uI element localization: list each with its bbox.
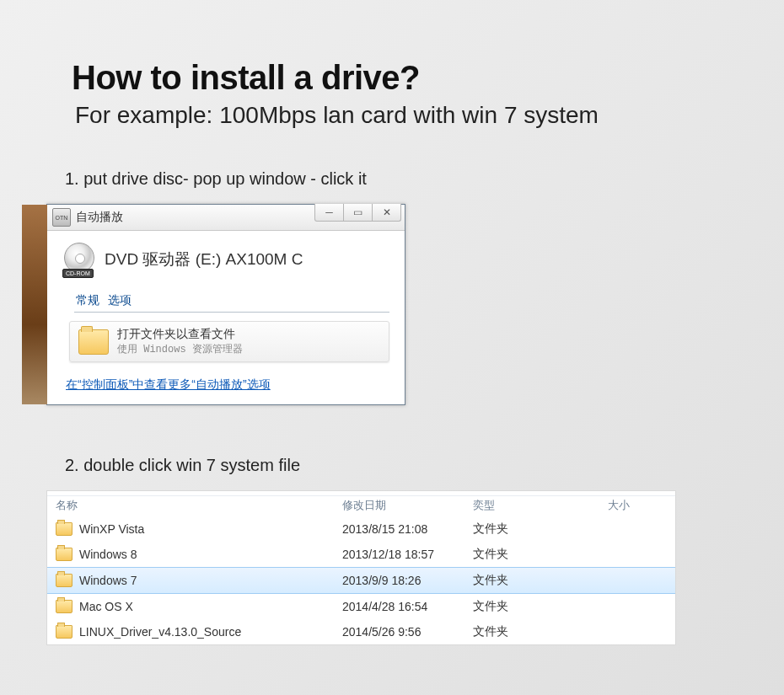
file-date: 2014/5/26 9:56 (334, 625, 464, 639)
drive-label: DVD 驱动器 (E:) AX100M C (105, 249, 303, 270)
open-folder-subtext: 使用 Windows 资源管理器 (117, 342, 243, 356)
file-type: 文件夹 (464, 573, 599, 588)
file-type: 文件夹 (464, 624, 599, 639)
tab-options[interactable]: 选项 (106, 291, 133, 312)
control-panel-link[interactable]: 在“控制面板”中查看更多“自动播放”选项 (66, 377, 389, 393)
maximize-button[interactable]: ▭ (343, 204, 373, 222)
table-row[interactable]: Windows 72013/9/9 18:26文件夹 (47, 567, 675, 594)
dvd-icon: CD-ROM (62, 243, 96, 276)
file-type: 文件夹 (464, 599, 599, 614)
open-folder-text: 打开文件夹以查看文件 (117, 327, 243, 342)
page-subtitle: For example: 100Mbps lan card with win 7… (75, 102, 725, 129)
file-name: LINUX_Driver_v4.13.0_Source (79, 625, 241, 639)
header-date[interactable]: 修改日期 (334, 496, 464, 515)
open-folder-option[interactable]: 打开文件夹以查看文件 使用 Windows 资源管理器 (69, 321, 389, 362)
page-title: How to install a drive? (72, 59, 725, 97)
column-headers[interactable]: 名称 修改日期 奕型 大小 (47, 496, 675, 516)
file-date: 2013/9/9 18:26 (334, 574, 464, 587)
window-title: 自动播放 (76, 210, 123, 225)
table-row[interactable]: WinXP Vista2013/8/15 21:08文件夹 (47, 516, 675, 542)
folder-icon (56, 625, 72, 639)
file-date: 2013/12/18 18:57 (334, 548, 464, 561)
cdrom-badge: CD-ROM (62, 269, 94, 278)
header-name[interactable]: 名称 (47, 496, 334, 515)
window-titlebar[interactable]: OTN 自动播放 ─ ▭ ✕ (47, 205, 405, 231)
folder-icon (56, 574, 72, 587)
file-name: WinXP Vista (79, 522, 144, 536)
autoplay-icon: OTN (52, 208, 71, 227)
table-row[interactable]: LINUX_Driver_v4.13.0_Source2014/5/26 9:5… (47, 619, 675, 644)
tab-general[interactable]: 常规 (74, 291, 101, 312)
file-type: 文件夹 (464, 521, 599, 537)
file-date: 2013/8/15 21:08 (334, 522, 464, 536)
file-name: Windows 7 (79, 574, 137, 587)
tabs-row: 常规 选项 (74, 291, 389, 313)
file-name: Mac OS X (79, 600, 133, 613)
minimize-button[interactable]: ─ (314, 204, 344, 222)
header-type[interactable]: 奕型 (464, 496, 599, 515)
folder-icon (56, 600, 72, 613)
step-1-text: 1. put drive disc- pop up window - click… (65, 169, 725, 189)
close-button[interactable]: ✕ (372, 204, 401, 222)
step-2-text: 2. double click win 7 system file (65, 456, 725, 475)
header-size[interactable]: 大小 (599, 496, 675, 515)
drive-info-row: CD-ROM DVD 驱动器 (E:) AX100M C (62, 243, 389, 276)
decorative-strip (22, 205, 47, 404)
file-date: 2014/4/28 16:54 (334, 600, 464, 613)
autoplay-icon-text: OTN (56, 215, 68, 221)
file-name: Windows 8 (79, 548, 137, 561)
folder-icon (78, 329, 109, 355)
folder-icon (56, 522, 72, 536)
file-explorer: 名称 修改日期 奕型 大小 WinXP Vista2013/8/15 21:08… (46, 490, 676, 645)
table-row[interactable]: Mac OS X2014/4/28 16:54文件夹 (47, 594, 675, 619)
autoplay-window: OTN 自动播放 ─ ▭ ✕ CD-ROM DVD 驱动器 (E:) AX100… (46, 204, 405, 405)
folder-icon (56, 548, 72, 561)
table-row[interactable]: Windows 82013/12/18 18:57文件夹 (47, 542, 675, 567)
file-type: 文件夹 (464, 547, 599, 562)
